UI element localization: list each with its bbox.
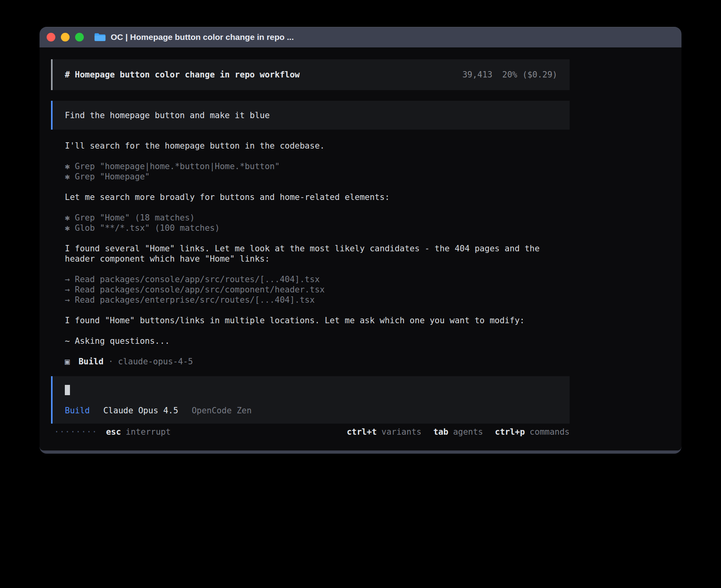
agent-indicator-row: ▣ Build · claude-opus-4-5 [65, 356, 570, 367]
close-button[interactable] [47, 33, 55, 41]
tool-call-grep: ✱ Grep "homepage|home.*button|Home.*butt… [65, 161, 570, 172]
context-percent: 20% [502, 70, 517, 80]
shortcut-label-agents: agents [453, 427, 483, 437]
session-cost: ($0.29) [522, 70, 557, 80]
traffic-lights [47, 33, 84, 41]
tool-call-grep: ✱ Grep "Home" (18 matches) [65, 213, 570, 223]
agent-name: Build [79, 356, 104, 367]
assistant-transcript: I'll search for the homepage button in t… [51, 141, 570, 367]
shortcut-agents: tab agents [433, 427, 483, 437]
tool-call-read: → Read packages/console/app/src/routes/[… [65, 274, 570, 285]
prompt-status-row: Build Claude Opus 4.5 OpenCode Zen [65, 405, 557, 416]
session-title: # Homepage button color change in repo w… [65, 70, 300, 80]
assistant-text: I found several "Home" links. Let me loo… [65, 243, 570, 264]
separator-dot: · [108, 356, 113, 367]
token-count: 39,413 [462, 70, 493, 80]
user-message-text: Find the homepage button and make it blu… [65, 110, 270, 121]
assistant-text: I found "Home" buttons/links in multiple… [65, 315, 570, 326]
agent-model: claude-opus-4-5 [118, 356, 193, 367]
tool-call-glob: ✱ Glob "**/*.tsx" (100 matches) [65, 223, 570, 233]
assistant-text: I'll search for the homepage button in t… [65, 141, 570, 151]
shortcut-commands: ctrl+p commands [495, 427, 570, 437]
shortcut-label-interrupt: interrupt [126, 427, 171, 437]
window-title: OC | Homepage button color change in rep… [111, 32, 294, 42]
prompt-model: Claude Opus 4.5 [103, 405, 178, 416]
tool-call-read: → Read packages/enterprise/src/routes/[.… [65, 295, 570, 305]
folder-icon [94, 32, 106, 42]
session-stats: 39,413 20% ($0.29) [462, 70, 557, 80]
user-message: Find the homepage button and make it blu… [51, 101, 570, 130]
assistant-status-text: ~ Asking questions... [65, 336, 570, 346]
shortcut-variants: ctrl+t variants [347, 427, 421, 437]
terminal-view: # Homepage button color change in repo w… [40, 47, 681, 450]
terminal-window: OC | Homepage button color change in rep… [40, 27, 681, 454]
prompt-mode: Build [65, 405, 90, 416]
text-cursor [65, 385, 70, 395]
statusbar-left: ········ esc interrupt [51, 427, 171, 437]
minimize-button[interactable] [61, 33, 70, 41]
session-header: # Homepage button color change in repo w… [51, 59, 570, 90]
prompt-provider: OpenCode Zen [192, 405, 252, 416]
spinner-dots: ········ [51, 427, 97, 437]
shortcut-key-esc: esc [106, 427, 121, 437]
assistant-text: Let me search more broadly for buttons a… [65, 192, 570, 202]
tool-call-read: → Read packages/console/app/src/componen… [65, 285, 570, 295]
statusbar-right: ctrl+t variants tab agents ctrl+p comman… [347, 427, 570, 437]
shortcut-key-ctrl-p: ctrl+p [495, 427, 525, 437]
prompt-input[interactable]: Build Claude Opus 4.5 OpenCode Zen [51, 376, 570, 424]
session-content: # Homepage button color change in repo w… [51, 47, 570, 437]
zoom-button[interactable] [75, 33, 84, 41]
shortcut-key-ctrl-t: ctrl+t [347, 427, 377, 437]
shortcut-label-commands: commands [530, 427, 570, 437]
shortcut-key-tab: tab [433, 427, 448, 437]
tool-call-grep: ✱ Grep "Homepage" [65, 172, 570, 182]
window-titlebar: OC | Homepage button color change in rep… [40, 27, 681, 47]
agent-icon: ▣ [65, 356, 70, 367]
status-bar: ········ esc interrupt ctrl+t variants t… [51, 427, 570, 437]
shortcut-label-variants: variants [381, 427, 421, 437]
